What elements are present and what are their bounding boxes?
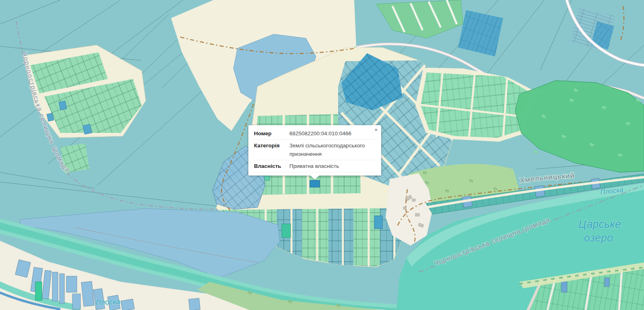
label-lake-line2: озеро [584, 232, 613, 244]
parcel-info-popup: × Номер 6825082200:04:010:0466 Категорія… [248, 125, 381, 176]
popup-label-ownership: Власність [254, 162, 289, 170]
popup-label-category: Категорія [254, 142, 289, 158]
popup-row-number: Номер 6825082200:04:010:0466 [254, 128, 376, 140]
popup-close-button[interactable]: × [374, 127, 378, 132]
selected-parcel[interactable] [310, 180, 320, 187]
popup-arrow [310, 176, 319, 180]
popup-row-ownership: Власність Приватна власність [254, 160, 376, 172]
popup-value-category: Землі сільськогосподарського призначення [289, 142, 376, 158]
popup-value-ownership: Приватна власність [289, 162, 376, 170]
label-river-ploska-left: Плоска [95, 298, 120, 307]
popup-row-category: Категорія Землі сільськогосподарського п… [254, 140, 376, 160]
popup-label-number: Номер [254, 130, 289, 138]
label-lake-line1: Царське [578, 218, 621, 230]
highlighted-green-parcel [35, 282, 42, 300]
cadastral-map-viewport[interactable]: Чорноострівська селищна громада Чорноост… [0, 0, 644, 310]
popup-value-number: 6825082200:04:010:0466 [289, 130, 376, 138]
